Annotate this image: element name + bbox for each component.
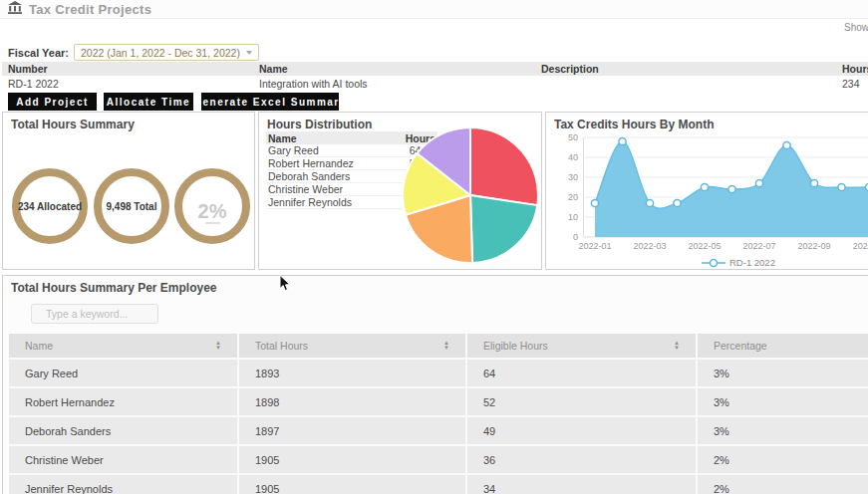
project-number: RD-1 2022 [8,78,59,90]
generate-excel-summary-button[interactable]: Generate Excel Summary [201,93,339,111]
table-cell: 49 [467,417,698,446]
table-cell: 3% [698,417,868,446]
show-link[interactable]: Show [844,22,868,33]
svg-text:50: 50 [568,132,578,142]
employee-name: Jennifer Reynolds [268,196,352,208]
total-hours-summary-panel: Total Hours Summary 234 Allocated 9,498 … [2,112,255,270]
project-row[interactable]: RD-1 2022 Integration with AI tools 234 [2,77,868,92]
sort-icon[interactable]: ▲▼ [674,341,680,351]
svg-text:2022-11: 2022-11 [853,241,868,251]
percentage-value: 2% [198,201,227,221]
hours-distribution-panel: Hours Distribution Name Hours Gary Reed6… [258,112,542,270]
svg-text:20: 20 [568,192,578,202]
svg-text:2022-03: 2022-03 [633,241,666,251]
chevron-down-icon [246,51,252,55]
employee-name: Deborah Sanders [268,170,350,182]
employee-name: Gary Reed [268,144,319,156]
pie-slice-1 [470,195,537,263]
table-row: Jennifer Reynolds1905342% [9,475,868,494]
table-cell: 1897 [239,417,467,446]
table-cell: Deborah Sanders [9,417,239,446]
table-cell: 2% [698,446,868,475]
legend-label: RD-1 2022 [729,257,775,268]
table-cell: 3% [698,360,868,388]
pie-slice-0 [470,127,538,205]
add-project-button[interactable]: Add Project [8,93,97,111]
svg-text:2022-07: 2022-07 [742,241,775,251]
project-hours: 234 [842,78,860,90]
svg-text:2022-05: 2022-05 [688,241,721,251]
employee-name: Christine Weber [268,183,343,195]
allocated-hours-ring: 234 Allocated [12,168,88,244]
table-cell: Jennifer Reynolds [9,475,239,494]
col-header-number: Number [8,63,48,75]
fiscal-year-select[interactable]: 2022 (Jan 1, 2022 - Dec 31, 2022) [74,44,259,61]
svg-text:30: 30 [568,172,578,182]
svg-text:10: 10 [568,212,578,222]
employee-name: Robert Hernandez [268,157,354,169]
table-cell: 1898 [239,388,467,417]
page-title: Tax Credit Projects [29,2,151,17]
hours-distribution-pie-chart [401,125,540,265]
project-table-header: Number Name Description Hours [2,62,868,76]
table-cell: 1893 [239,360,467,388]
col-header-name: Name [268,132,297,144]
svg-text:0: 0 [573,232,578,242]
table-cell: Robert Hernandez [9,388,239,417]
percentage-underline [205,222,220,224]
table-cell: 3% [698,388,868,417]
svg-text:2022-01: 2022-01 [578,241,611,251]
hours-by-month-chart: 010203040502022-012022-032022-052022-072… [547,128,868,256]
titlebar: Tax Credit Projects [0,0,868,19]
fiscal-year-label: Fiscal Year: [8,47,69,59]
section-title: Total Hours Summary Per Employee [11,281,217,295]
project-name: Integration with AI tools [259,78,368,90]
col-header-description: Description [541,63,599,75]
table-row: Gary Reed1893643% [9,360,868,388]
svg-text:40: 40 [568,152,578,162]
table-cell: 36 [467,446,698,475]
table-cell: 2% [698,475,868,494]
panel-title: Hours Distribution [267,118,372,131]
col-header-total-hours[interactable]: Total Hours ▲▼ [239,334,467,360]
chart-legend[interactable]: RD-1 2022 [702,257,775,268]
col-header-name: Name [259,63,288,75]
total-hours-ring: 9,498 Total [94,168,169,244]
col-header-hours: Hours [842,63,868,75]
col-header-eligible-hours[interactable]: Eligible Hours ▲▼ [467,334,698,360]
sort-icon[interactable]: ▲▼ [443,341,449,351]
bank-icon [8,0,22,18]
table-cell: 34 [467,475,698,494]
search-input[interactable] [31,304,158,324]
table-cell: 1905 [239,446,467,475]
table-cell: 52 [467,388,698,417]
table-cell: 64 [467,360,698,388]
percentage-ring: 2% [174,168,250,244]
fiscal-year-filter: Fiscal Year: 2022 (Jan 1, 2022 - Dec 31,… [8,44,259,61]
panel-title: Total Hours Summary [11,118,135,131]
table-cell: 1905 [239,475,467,494]
table-cell: Gary Reed [9,360,239,388]
table-row: Deborah Sanders1897493% [9,417,868,446]
hours-by-month-panel: Tax Credits Hours By Month 0102030405020… [545,112,868,270]
sort-icon[interactable]: ▲▼ [215,341,221,351]
table-row: Robert Hernandez1898523% [9,388,868,417]
allocate-time-button[interactable]: Allocate Time [104,93,193,111]
svg-text:2022-09: 2022-09 [797,241,830,251]
employee-summary-section: Total Hours Summary Per Employee Name ▲▼… [2,275,868,494]
total-hours-value: 9,498 Total [107,201,157,212]
table-cell: Christine Weber [9,446,239,475]
col-header-name[interactable]: Name ▲▼ [9,334,239,360]
legend-line-marker-icon [702,258,725,268]
fiscal-year-value: 2022 (Jan 1, 2022 - Dec 31, 2022) [81,47,240,59]
col-header-percentage[interactable]: Percentage [698,334,868,360]
employee-table-header: Name ▲▼ Total Hours ▲▼ Eligible Hours ▲▼… [9,334,868,360]
table-row: Christine Weber1905362% [9,446,868,475]
employee-table-body: Gary Reed1893643%Robert Hernandez1898523… [9,360,868,494]
allocated-hours-value: 234 Allocated [18,201,82,212]
employee-table: Name ▲▼ Total Hours ▲▼ Eligible Hours ▲▼… [9,334,868,494]
